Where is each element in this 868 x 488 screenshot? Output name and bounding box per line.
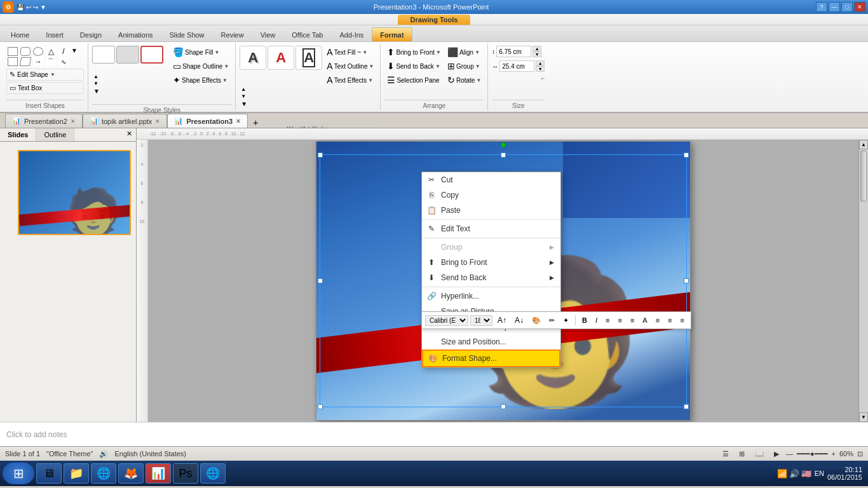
doc-tab-topik[interactable]: 📊 topik artikel.pptx ✕ (83, 114, 167, 128)
tab-home[interactable]: Home (3, 27, 37, 41)
handle-ml[interactable] (318, 278, 323, 283)
shape-effects-btn[interactable]: ✦ Shape Effects ▼ (170, 74, 231, 86)
shape-extra[interactable] (71, 57, 83, 66)
selection-pane-btn[interactable]: ☰ Selection Pane (384, 74, 444, 86)
clear-format-btn[interactable]: ✦ (560, 315, 572, 327)
quick-access[interactable]: 💾 ↩ ↪ ▼ (17, 4, 46, 11)
save-icon[interactable]: 💾 (17, 4, 24, 11)
tab-officetab[interactable]: Office Tab (283, 27, 331, 41)
ctx-send-to-back[interactable]: ⬇ Send to Back (422, 270, 560, 285)
doc-tab-close-p2[interactable]: ✕ (71, 118, 76, 125)
tab-format[interactable]: Format (372, 27, 412, 41)
numbering-btn[interactable]: ≡ (665, 315, 675, 326)
shape-tri[interactable]: △ (46, 47, 56, 56)
text-outline-btn[interactable]: A Text Outline ▼ (324, 60, 376, 72)
align-center-btn[interactable]: ≡ (614, 315, 625, 326)
tab-addins[interactable]: Add-Ins (331, 27, 372, 41)
handle-tm[interactable] (501, 152, 506, 158)
height-down[interactable]: ▼ (532, 51, 541, 57)
window-controls[interactable]: ? — □ ✕ (816, 2, 865, 12)
text-box-btn[interactable]: ▭ Text Box (6, 82, 84, 94)
bullets-btn[interactable]: ≡ (653, 315, 663, 326)
panel-close-btn[interactable]: ✕ (123, 128, 136, 141)
shape-style-1[interactable] (92, 46, 115, 64)
tab-animations[interactable]: Animations (110, 27, 161, 41)
zoom-slider[interactable]: ━━━●━━━ (797, 450, 828, 458)
zoom-in-btn[interactable]: + (832, 450, 836, 458)
height-input[interactable] (496, 46, 531, 57)
zoom-out-btn[interactable]: — (786, 450, 793, 458)
taskbar-powerpoint[interactable]: 📊 (146, 463, 171, 484)
customize-icon[interactable]: ▼ (40, 4, 46, 11)
help-btn[interactable]: ? (816, 2, 827, 12)
ctx-size-position[interactable]: Size and Position... (422, 334, 560, 349)
taskbar-photoshop[interactable]: Ps (173, 463, 198, 484)
width-up[interactable]: ▲ (536, 60, 545, 66)
text-effects-btn[interactable]: A Text Effects ▼ (324, 74, 376, 86)
tab-view[interactable]: View (252, 27, 284, 41)
bold-btn[interactable]: B (579, 315, 590, 326)
doc-tab-close-p3[interactable]: ✕ (236, 118, 241, 125)
shape-fill-btn[interactable]: 🪣 Shape Fill ▼ (170, 46, 231, 58)
wordart-style-3[interactable]: A (295, 46, 322, 70)
handle-br[interactable] (684, 404, 689, 409)
doc-tab-presentation2[interactable]: 📊 Presentation2 ✕ (5, 114, 83, 128)
taskbar-ie[interactable]: 🌐 (91, 463, 116, 484)
font-color-btn[interactable]: 🎨 (529, 315, 544, 327)
height-up[interactable]: ▲ (532, 46, 541, 51)
undo-icon[interactable]: ↩ (26, 4, 31, 11)
shape-l[interactable] (8, 57, 18, 66)
align-right-btn[interactable]: ≡ (627, 315, 637, 326)
slide-sorter-btn[interactable]: ⊞ (736, 449, 748, 459)
handle-tr[interactable] (684, 152, 689, 158)
font-select[interactable]: Calibri (E (425, 315, 468, 326)
shape-more[interactable]: ▼ (71, 47, 83, 56)
send-to-back-btn[interactable]: ⬇ Send to Back ▼ (384, 60, 444, 72)
text-fill-btn[interactable]: A Text Fill ~ ▼ (324, 46, 376, 58)
shape-para[interactable] (20, 57, 31, 66)
align-btn[interactable]: ⬛ Align ▼ (445, 46, 484, 58)
font-shrink-btn[interactable]: A↓ (512, 314, 527, 327)
taskbar-browser2[interactable]: 🌐 (200, 463, 226, 484)
shape-rect[interactable] (8, 47, 18, 56)
indent-btn[interactable]: ≡ (677, 315, 688, 326)
slide-thumbnail-1[interactable]: 🧑 (18, 150, 131, 235)
align-left-btn[interactable]: ≡ (602, 315, 613, 326)
ctx-hyperlink[interactable]: 🔗 Hyperlink... (422, 288, 560, 304)
shape-rounded[interactable] (20, 47, 31, 56)
fit-btn[interactable]: ⊡ (857, 450, 863, 458)
shape-style-more[interactable]: ▲▼▼ (93, 65, 101, 103)
taskbar-firefox[interactable]: 🦊 (118, 463, 144, 484)
scroll-down-btn[interactable]: ▼ (859, 412, 868, 422)
shape-arrow[interactable]: → (33, 57, 43, 66)
width-down[interactable]: ▼ (536, 66, 545, 72)
tab-slideshow[interactable]: Slide Show (161, 27, 213, 41)
ctx-bring-to-front[interactable]: ⬆ Bring to Front (422, 255, 560, 270)
rotate-btn[interactable]: ↻ Rotate ▼ (445, 74, 484, 86)
notes-area[interactable]: Click to add notes (0, 422, 868, 446)
text-color-btn2[interactable]: A (639, 315, 650, 326)
ctx-format-shape[interactable]: 🎨 Format Shape... (422, 349, 560, 367)
taskbar-folder[interactable]: 📁 (64, 463, 89, 484)
handle-bm[interactable] (501, 404, 506, 409)
font-size-select[interactable]: 18 (470, 315, 492, 326)
width-input[interactable] (499, 60, 534, 72)
handle-tl[interactable] (318, 152, 323, 158)
start-btn[interactable]: ⊞ (3, 463, 34, 484)
bring-to-front-btn[interactable]: ⬆ Bring to Front ▼ (384, 46, 444, 58)
panel-tab-outline[interactable]: Outline (36, 128, 74, 141)
ctx-cut[interactable]: ✂ Cut (422, 172, 560, 187)
normal-view-btn[interactable]: ☰ (719, 449, 732, 459)
shape-line[interactable]: / (58, 47, 69, 56)
handle-mr[interactable] (684, 278, 689, 283)
scroll-thumb[interactable] (860, 151, 867, 201)
new-tab-btn[interactable]: + (248, 118, 263, 128)
group-btn[interactable]: ⊞ Group ▼ (445, 60, 484, 72)
font-grow-btn[interactable]: A↑ (494, 314, 510, 327)
shape-outline-btn[interactable]: ▭ Shape Outline ▼ (170, 60, 231, 72)
shape-curve[interactable]: ⌒ (46, 57, 56, 66)
minimize-btn[interactable]: — (829, 2, 840, 12)
close-btn[interactable]: ✕ (854, 2, 865, 12)
redo-icon[interactable]: ↪ (33, 4, 38, 11)
ctx-paste[interactable]: 📋 Paste (422, 203, 560, 218)
